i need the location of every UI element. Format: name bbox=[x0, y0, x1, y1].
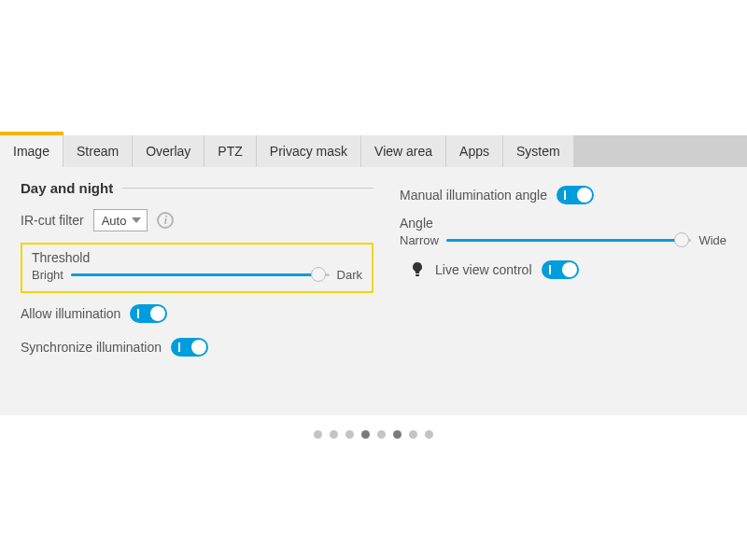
live-view-row: Live view control bbox=[409, 260, 726, 279]
tab-stream[interactable]: Stream bbox=[63, 135, 133, 167]
live-view-toggle[interactable] bbox=[542, 260, 579, 279]
slider-thumb[interactable] bbox=[674, 232, 689, 247]
angle-max-label: Wide bbox=[698, 233, 726, 247]
threshold-min-label: Bright bbox=[32, 268, 63, 282]
section-header: Day and night bbox=[21, 180, 374, 196]
angle-label: Angle bbox=[400, 216, 726, 231]
threshold-label: Threshold bbox=[32, 250, 362, 265]
bulb-icon bbox=[409, 262, 426, 277]
angle-slider[interactable] bbox=[446, 232, 691, 247]
allow-illum-toggle[interactable] bbox=[130, 304, 167, 323]
tab-view-area[interactable]: View area bbox=[361, 135, 446, 167]
info-icon[interactable]: i bbox=[157, 212, 174, 229]
ircut-label: IR-cut filter bbox=[21, 213, 84, 228]
tab-ptz[interactable]: PTZ bbox=[204, 135, 256, 167]
pager-dot[interactable] bbox=[314, 430, 322, 439]
section-title: Day and night bbox=[21, 180, 113, 196]
tab-privacy-mask[interactable]: Privacy mask bbox=[257, 135, 361, 167]
pager-dot[interactable] bbox=[393, 430, 402, 439]
manual-angle-toggle[interactable] bbox=[557, 186, 594, 204]
tab-spacer bbox=[574, 135, 747, 167]
allow-illum-row: Allow illumination bbox=[21, 304, 374, 323]
manual-angle-row: Manual illumination angle bbox=[400, 186, 726, 204]
pager-dot[interactable] bbox=[425, 430, 433, 439]
angle-min-label: Narrow bbox=[400, 233, 439, 247]
tab-image[interactable]: Image bbox=[0, 135, 63, 167]
tab-strip: Image Stream Overlay PTZ Privacy mask Vi… bbox=[0, 135, 747, 167]
ircut-row: IR-cut filter Auto i bbox=[21, 209, 374, 231]
pager-dot[interactable] bbox=[377, 430, 386, 439]
slider-thumb[interactable] bbox=[311, 267, 326, 282]
threshold-slider[interactable] bbox=[71, 267, 330, 282]
ircut-select[interactable]: Auto bbox=[93, 209, 148, 231]
tab-overlay[interactable]: Overlay bbox=[133, 135, 204, 167]
pager-dots bbox=[0, 430, 747, 439]
sync-illum-label: Synchronize illumination bbox=[21, 340, 162, 355]
threshold-max-label: Dark bbox=[337, 268, 362, 282]
pager-dot[interactable] bbox=[361, 430, 370, 439]
settings-panel: Day and night IR-cut filter Auto i Thres… bbox=[0, 167, 747, 415]
tab-apps[interactable]: Apps bbox=[446, 135, 503, 167]
threshold-highlight: Threshold Bright Dark bbox=[21, 243, 374, 293]
manual-angle-label: Manual illumination angle bbox=[400, 188, 547, 203]
sync-illum-row: Synchronize illumination bbox=[21, 338, 374, 357]
tab-system[interactable]: System bbox=[503, 135, 574, 167]
pager-dot[interactable] bbox=[330, 430, 338, 439]
ircut-selected-value: Auto bbox=[102, 214, 127, 228]
pager-dot[interactable] bbox=[345, 430, 354, 439]
chevron-down-icon bbox=[132, 217, 141, 223]
pager-dot[interactable] bbox=[409, 430, 417, 439]
sync-illum-toggle[interactable] bbox=[171, 338, 208, 357]
live-view-label: Live view control bbox=[435, 262, 532, 277]
allow-illum-label: Allow illumination bbox=[21, 306, 120, 321]
section-rule bbox=[122, 188, 374, 189]
